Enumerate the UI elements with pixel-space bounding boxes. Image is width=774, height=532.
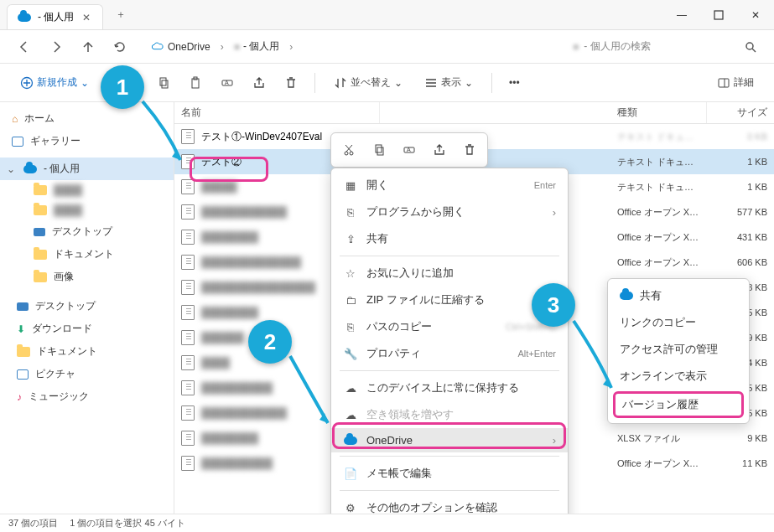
status-selection: 1 個の項目を選択 45 バイト (70, 517, 185, 529)
back-button[interactable] (10, 34, 39, 60)
sub-view-online[interactable]: オンラインで表示 (608, 363, 749, 390)
ctx-onedrive[interactable]: OneDrive› (331, 428, 568, 452)
ctx-favorite[interactable]: ☆お気に入りに追加 (331, 260, 568, 287)
minimize-button[interactable]: — (663, 0, 700, 30)
sidebar-item-desktop[interactable]: デスクトップ (0, 220, 174, 243)
folder-icon (34, 250, 47, 260)
file-icon (181, 204, 195, 220)
close-button[interactable]: ✕ (737, 0, 774, 30)
file-icon (181, 405, 195, 421)
ctx-properties[interactable]: 🔧プロパティAlt+Enter (331, 340, 568, 367)
file-icon (181, 456, 195, 471)
sort-button[interactable]: 並べ替え ⌄ (325, 70, 411, 96)
ctx-notepad[interactable]: 📄メモ帳で編集 (331, 460, 568, 487)
file-icon (181, 255, 195, 270)
onedrive-icon (343, 436, 358, 445)
file-icon (181, 280, 195, 295)
sidebar-item-documents[interactable]: ドキュメント (0, 243, 174, 266)
folder-icon (17, 347, 30, 357)
close-tab-button[interactable]: ✕ (81, 12, 92, 23)
chevron-right-icon: › (221, 41, 224, 53)
maximize-button[interactable] (700, 0, 737, 30)
ctx-open-with[interactable]: ⎘プログラムから開く› (331, 199, 568, 225)
sub-share[interactable]: 共有 (608, 282, 749, 309)
share-button[interactable] (425, 137, 454, 163)
cut-button[interactable] (335, 137, 363, 163)
svg-point-1 (746, 43, 753, 49)
column-name[interactable]: 名前 (174, 102, 380, 123)
star-icon: ☆ (343, 267, 358, 280)
delete-button[interactable] (455, 137, 484, 163)
sidebar-item-downloads[interactable]: ⬇ダウンロード (0, 318, 174, 340)
music-icon: ♪ (17, 391, 22, 403)
ctx-open[interactable]: ▦開くEnter (331, 172, 568, 199)
file-name: テスト② (201, 155, 242, 169)
copy-button[interactable] (365, 137, 393, 163)
new-button[interactable]: 新規作成 ⌄ (12, 70, 97, 96)
folder-icon (34, 205, 47, 215)
forward-button[interactable] (42, 34, 70, 60)
wrench-icon: 🔧 (343, 348, 358, 360)
ctx-keep-device[interactable]: ☁このデバイス上に常に保持する (331, 374, 568, 401)
ctx-free-space: ☁空き領域を増やす (331, 401, 568, 428)
column-type[interactable]: 種類 (610, 102, 707, 123)
chevron-right-icon[interactable]: › (289, 41, 293, 53)
sidebar-item-folder[interactable]: ████ (0, 200, 174, 220)
file-icon (181, 431, 195, 446)
rename-button[interactable]: A (395, 137, 423, 163)
view-button[interactable]: 表示 ⌄ (416, 70, 481, 96)
share-button[interactable] (246, 70, 273, 96)
sub-manage-access[interactable]: アクセス許可の管理 (608, 336, 749, 363)
crumb-personal[interactable]: ■- 個人用 (229, 36, 285, 57)
cloud-icon: ☁ (343, 409, 358, 421)
svg-rect-14 (376, 145, 382, 152)
svg-text:A: A (225, 80, 229, 85)
column-headers: 名前 種類 サイズ (174, 102, 774, 124)
sidebar-item-folder[interactable]: ████ (0, 180, 174, 200)
sidebar-item-pictures[interactable]: 画像 (0, 266, 174, 288)
breadcrumb[interactable]: OneDrive › ■- 個人用 › (146, 36, 563, 57)
ctx-copy-path[interactable]: ⎘パスのコピーCtrl+Shift+C (331, 313, 568, 340)
more-button[interactable]: ••• (502, 70, 527, 96)
sidebar-item-music[interactable]: ♪ミュージック (0, 385, 174, 408)
up-button[interactable] (74, 34, 102, 60)
svg-rect-0 (714, 11, 723, 19)
sub-version-history[interactable]: バージョン履歴 (613, 391, 744, 418)
cloud-check-icon: ☁ (343, 382, 358, 395)
paste-button[interactable] (182, 70, 209, 96)
open-icon: ▦ (343, 179, 358, 192)
chevron-right-icon: › (553, 434, 556, 447)
rename-button[interactable]: A (214, 70, 241, 96)
crumb-onedrive[interactable]: OneDrive (146, 37, 216, 57)
refresh-button[interactable] (106, 34, 134, 60)
svg-point-12 (345, 152, 348, 155)
onedrive-submenu: 共有 リンクのコピー アクセス許可の管理 オンラインで表示 バージョン履歴 (607, 278, 750, 424)
copy-button[interactable] (150, 70, 177, 96)
sidebar-item-documents-loc[interactable]: ドキュメント (0, 340, 174, 363)
delete-button[interactable] (278, 70, 304, 96)
share-icon: ⇪ (343, 233, 358, 245)
file-icon (181, 330, 195, 345)
navbar: OneDrive › ■- 個人用 › ■ - 個人用の検索 (0, 30, 774, 64)
ctx-share[interactable]: ⇪共有 (331, 225, 568, 252)
onedrive-icon (18, 13, 31, 22)
details-button[interactable]: 詳細 (709, 75, 762, 90)
column-size[interactable]: サイズ (707, 102, 774, 123)
sub-copy-link[interactable]: リンクのコピー (608, 309, 749, 336)
annotation-arrow-3 (565, 317, 624, 400)
statusbar: 37 個の項目 1 個の項目を選択 45 バイト (0, 514, 774, 532)
annotation-arrow-1 (134, 97, 193, 173)
folder-icon (34, 272, 47, 282)
pictures-icon (17, 369, 29, 380)
file-icon (181, 305, 195, 320)
chevron-down-icon: ⌄ (465, 77, 473, 89)
window-tab[interactable]: - 個人用 ✕ (7, 4, 103, 29)
sidebar-item-desktop-loc[interactable]: デスクトップ (0, 295, 174, 318)
sidebar-item-pictures-loc[interactable]: ピクチャ (0, 363, 174, 385)
new-tab-button[interactable]: ＋ (108, 3, 133, 28)
search-icon[interactable] (737, 34, 764, 60)
search-input[interactable]: ■ - 個人用の検索 (566, 36, 734, 57)
svg-rect-7 (192, 79, 199, 88)
annotation-step-3: 3 (532, 283, 575, 327)
svg-rect-5 (160, 78, 166, 85)
